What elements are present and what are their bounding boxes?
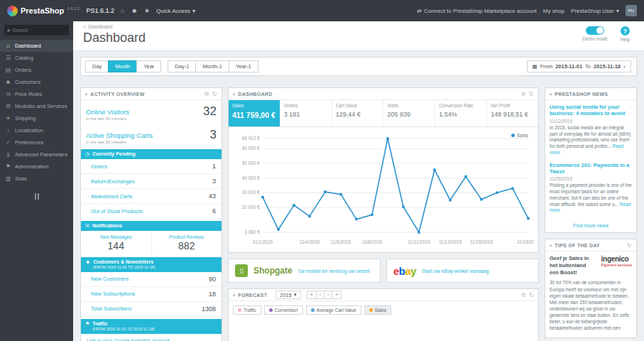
kpi-cart-value[interactable]: Cart Value129,44 € [332,100,384,126]
sidebar-item-orders[interactable]: ▤Orders [0,64,73,76]
settings-gear-icon[interactable]: ⚙ [204,91,209,97]
refresh-icon[interactable]: ↻ [627,242,632,249]
filter-year-button[interactable]: Year [136,60,161,72]
activity-stat-label[interactable]: Online Visitors [86,108,129,116]
settings-gear-icon[interactable]: ⚙ [521,91,526,97]
marketplace-link-label: Connect to PrestaShop Marketplace accoun… [424,8,537,14]
marketplace-connect-link[interactable]: ⇄ Connect to PrestaShop Marketplace acco… [417,8,536,14]
sidebar-search[interactable]: ⌕ [4,25,69,36]
activity-row-out-of-stock-products: Out of Stock Products6 [81,204,222,219]
filter-day-button[interactable]: Day [85,60,109,72]
ingenico-tagline: Payment services [601,263,632,267]
panel-caret-icon[interactable]: ▾ [233,92,235,97]
sidebar-item-stats[interactable]: ▥Stats [0,173,73,185]
sidebar-item-localization[interactable]: ♁Localization [0,124,73,136]
refresh-icon[interactable]: ↻ [529,292,534,298]
toggle-switch[interactable] [586,26,604,35]
page-header: ⌂ Dashboard Dashboard Demo mode ? Help [73,21,644,51]
find-more-news-link[interactable]: Find more news [545,221,636,232]
read-more-link[interactable]: Read more [550,144,623,155]
shop-icon[interactable]: ⌂ [121,7,124,14]
notification-product-reviews[interactable]: Product Reviews882 [151,231,222,255]
activity-row-label[interactable]: Abandoned Carts [91,193,132,200]
chart-legend[interactable]: Sales [511,133,528,138]
sidebar-item-modules-and-services[interactable]: ⚙Modules and Services [0,100,73,112]
panel-caret-icon[interactable]: ▾ [85,92,87,97]
average-cart-value-dot [311,308,315,312]
sidebar-item-label: Dashboard [15,43,41,49]
customers-icon: ☻ [85,259,90,264]
activity-row-label[interactable]: Return/Exchanges [91,178,135,185]
news-article-title[interactable]: Ecommerce 101: Payments in a Tweet [550,162,632,175]
prestashop-logo[interactable]: PrestaShop 1.6.1.2 [7,5,80,17]
user-menu[interactable]: PrestaShop User ▾ [571,8,619,14]
refresh-icon[interactable]: ↻ [529,91,534,97]
sidebar-item-label: Catalog [15,55,33,61]
sidebar-item-dashboard[interactable]: ⌂Dashboard [0,40,73,52]
google-analytics-link[interactable]: Link to your Google Analytics account [81,334,222,341]
activity-row-label[interactable]: New Subscriptions [91,291,135,297]
date-range-picker[interactable]: ▦ From 2015-11-01 To 2015-11-18 ▾ [527,60,631,72]
sidebar-item-shipping[interactable]: ✈Shipping [0,112,73,124]
forecast-tab-conversion[interactable]: Conversion [264,305,303,315]
avatar[interactable]: PU [626,5,637,16]
refresh-icon[interactable]: ↻ [212,91,217,97]
profile-icon[interactable]: ☻ [131,7,137,14]
forecast-year-select[interactable]: 2015 ▾ [275,291,301,299]
news-article: Using social media for your business: 4 … [550,104,632,156]
shop-name[interactable]: PS1.6.1.2 [87,7,115,14]
filter-month-button[interactable]: Month [108,60,137,72]
forecast-tab-average-cart-value[interactable]: Average Cart Value [306,305,361,315]
kpi-conversion-rate[interactable]: Conversion Rate1.54% [435,100,487,126]
ebay-link[interactable]: Start uw eBay-winkel vandaag [422,269,489,274]
forecast-nav-button-0[interactable]: « [307,291,317,299]
read-more-link[interactable]: Read more [550,202,631,213]
collapse-menu-button[interactable] [30,193,44,200]
kpi-orders[interactable]: Orders3 181 [280,100,332,126]
activity-row-label[interactable]: New Customers [91,276,129,282]
kpi-net-profit[interactable]: Net Profit148 918,51 € [487,100,538,126]
activity-row-label[interactable]: Total Subscribers [91,305,132,312]
forecast-nav-button-3[interactable]: » [332,291,342,299]
activity-row-label[interactable]: Out of Stock Products [91,208,143,215]
sidebar-item-advanced-parameters[interactable]: §Advanced Parameters [0,148,73,161]
notifications-header: ✉ Notifications [81,221,222,231]
demo-mode-toggle[interactable]: Demo mode [582,26,607,41]
sidebar-item-catalog[interactable]: ☰Catalog [0,52,73,64]
expert-icon[interactable]: ★ [144,7,150,14]
notification-new-messages[interactable]: New Messages144 [81,231,151,255]
panel-caret-icon[interactable]: ▾ [550,92,552,97]
svg-text:11/6/2015: 11/6/2015 [331,239,351,244]
sidebar-item-administration[interactable]: ⚑Administration [0,161,73,173]
ebay-letter: y [410,265,416,277]
panel-caret-icon[interactable]: ▾ [550,243,552,248]
panel-caret-icon[interactable]: ▾ [233,293,235,298]
filter-year-1-button[interactable]: Year-1 [229,60,258,72]
sidebar: ⌕ ⌂Dashboard☰Catalog▤Orders☻Customers%Pr… [0,21,73,341]
marketplace-icon: ⇄ [417,8,422,14]
breadcrumb-item[interactable]: Dashboard [88,24,112,29]
activity-row-label[interactable]: Orders [91,163,107,170]
ebay-module-panel: ebay Start uw eBay-winkel vandaag [386,259,539,283]
forecast-tab-traffic[interactable]: Traffic [233,305,261,315]
sidebar-item-customers[interactable]: ☻Customers [0,76,73,88]
settings-gear-icon[interactable]: ⚙ [521,292,526,298]
my-shop-link[interactable]: My shop [543,8,564,14]
prestashop-news-panel: ▾ PRESTASHOP NEWS Using social media for… [545,87,637,233]
help-button[interactable]: ? Help [621,26,630,42]
filter-month-1-button[interactable]: Month-1 [195,60,229,72]
forecast-tab-sales[interactable]: Sales [364,305,391,315]
forecast-tab-label: Traffic [244,308,256,313]
activity-stat-label[interactable]: Active Shopping Carts [86,131,153,139]
sidebar-item-preferences[interactable]: ✓Preferences [0,136,73,148]
filter-day-1-button[interactable]: Day-1 [168,60,196,72]
quick-access-menu[interactable]: Quick Access ▾ [156,8,195,14]
kpi-visits[interactable]: Visits205 939 [383,100,435,126]
news-article-title[interactable]: Using social media for your business: 4 … [550,104,632,117]
search-input[interactable] [12,28,63,33]
shopgate-link[interactable]: Ga mobiel en verhoog uw omzet [298,269,370,274]
page-title: Dashboard [83,31,146,45]
kpi-sales[interactable]: Sales411 759,00 € [229,100,280,126]
sidebar-item-price-rules[interactable]: %Price Rules [0,88,73,100]
sidebar-item-label: Modules and Services [15,103,67,109]
